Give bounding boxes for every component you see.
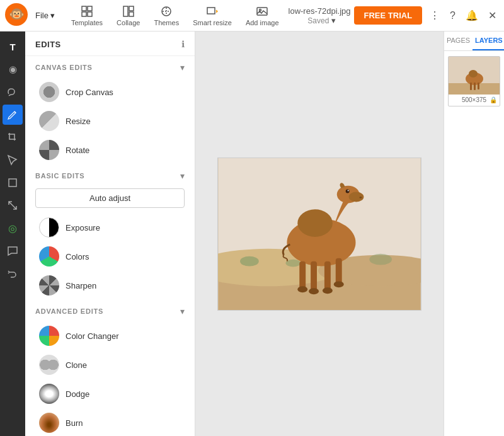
edit-color-changer[interactable]: Color Changer — [29, 321, 191, 350]
svg-rect-10 — [207, 8, 215, 14]
svg-rect-5 — [88, 12, 92, 16]
advanced-edits-toggle[interactable] — [180, 306, 185, 316]
iconbar-shape[interactable] — [3, 173, 23, 193]
filename: low-res-72dpi.jpg Saved ▾ — [288, 6, 352, 25]
right-panel-tabs: PAGES LAYERS ✕ — [444, 32, 504, 51]
thumbnail-image — [449, 57, 500, 95]
svg-text:🐵: 🐵 — [9, 6, 25, 21]
clone-icon — [39, 355, 59, 375]
svg-point-35 — [334, 281, 344, 287]
right-panel: PAGES LAYERS ✕ 🔒 500×375 — [444, 32, 504, 436]
resize-icon — [39, 111, 59, 131]
main-layout: T ◉ ◎ EDITS ℹ — [0, 32, 504, 436]
svg-rect-29 — [311, 261, 317, 291]
iconbar-sticker[interactable]: ◉ — [3, 59, 23, 79]
svg-rect-30 — [324, 261, 331, 290]
svg-rect-8 — [129, 12, 134, 16]
exposure-icon — [39, 217, 59, 238]
tab-pages[interactable]: PAGES — [444, 32, 472, 50]
svg-point-27 — [297, 209, 333, 237]
file-menu[interactable]: File ▾ — [30, 8, 60, 23]
topbar: 🐵 File ▾ Templates Collage Themes Smart … — [0, 0, 504, 32]
svg-point-39 — [469, 70, 478, 77]
notifications-button[interactable]: 🔔 — [463, 7, 481, 24]
canvas-image — [217, 158, 421, 311]
iconbar-select[interactable] — [3, 150, 23, 170]
svg-rect-6 — [123, 6, 128, 16]
svg-point-25 — [346, 189, 350, 193]
color-changer-icon — [39, 326, 59, 346]
colors-icon — [39, 246, 59, 267]
edit-rotate[interactable]: Rotate — [29, 135, 191, 164]
edit-resize[interactable]: Resize — [29, 106, 191, 135]
rotate-icon — [39, 140, 59, 160]
lock-icon: 🔒 — [490, 96, 497, 103]
iconbar-paint[interactable] — [3, 82, 23, 102]
edit-clone[interactable]: Clone — [29, 350, 191, 379]
edits-panel: EDITS ℹ CANVAS EDITS Crop Canvas Resize … — [25, 32, 195, 436]
svg-point-18 — [240, 256, 259, 266]
svg-point-24 — [359, 196, 362, 198]
edit-burn[interactable]: Burn — [29, 408, 191, 436]
logo[interactable]: 🐵 — [5, 3, 28, 28]
iconbar-chat[interactable] — [3, 241, 23, 261]
svg-rect-4 — [82, 12, 86, 16]
topbar-actions: FREE TRIAL ⋮ ? 🔔 ✕ — [354, 6, 499, 25]
crop-icon — [39, 82, 59, 102]
svg-rect-13 — [9, 179, 16, 186]
edit-crop-canvas[interactable]: Crop Canvas — [29, 77, 191, 106]
canvas-edits-section-header: CANVAS EDITS — [25, 56, 195, 77]
svg-point-20 — [369, 253, 392, 265]
auto-adjust-button[interactable]: Auto adjust — [35, 188, 185, 208]
tool-smart-resize[interactable]: Smart resize — [186, 3, 238, 29]
svg-point-33 — [309, 288, 319, 294]
iconbar-crop[interactable] — [3, 127, 23, 147]
svg-rect-28 — [299, 261, 306, 289]
svg-rect-41 — [474, 83, 476, 90]
more-options-button[interactable]: ⋮ — [427, 7, 442, 24]
tool-themes[interactable]: Themes — [147, 3, 185, 29]
svg-rect-7 — [129, 6, 134, 11]
tab-layers[interactable]: LAYERS — [472, 32, 504, 50]
svg-rect-31 — [336, 258, 342, 284]
topbar-tools: Templates Collage Themes Smart resize Ad… — [65, 3, 285, 29]
page-thumbnail[interactable]: 🔒 500×375 — [448, 56, 500, 106]
burn-icon — [39, 413, 59, 433]
edits-info-icon[interactable]: ℹ — [181, 39, 185, 49]
iconbar: T ◉ ◎ — [0, 32, 25, 436]
tool-collage[interactable]: Collage — [110, 3, 146, 29]
edit-exposure[interactable]: Exposure — [29, 213, 191, 242]
iconbar-color-picker[interactable]: ◎ — [3, 218, 23, 238]
svg-rect-42 — [478, 83, 479, 89]
iconbar-transform[interactable] — [3, 195, 23, 215]
tool-add-image[interactable]: Add image — [239, 3, 285, 29]
edit-dodge[interactable]: Dodge — [29, 379, 191, 408]
iconbar-undo[interactable] — [3, 263, 23, 284]
tool-templates[interactable]: Templates — [65, 3, 109, 29]
edits-header: EDITS ℹ — [25, 32, 195, 56]
svg-point-32 — [297, 286, 307, 292]
close-button[interactable]: ✕ — [486, 7, 499, 24]
iconbar-edit[interactable] — [3, 105, 23, 125]
svg-point-34 — [323, 287, 333, 294]
svg-rect-11 — [257, 8, 267, 15]
basic-edits-section-header: BASIC EDITS — [25, 164, 195, 186]
edit-sharpen[interactable]: Sharpen — [29, 271, 191, 300]
basic-edits-toggle[interactable] — [180, 171, 185, 181]
edit-colors[interactable]: Colors — [29, 242, 191, 271]
help-button[interactable]: ? — [447, 8, 458, 24]
svg-rect-3 — [88, 6, 92, 11]
iconbar-text[interactable]: T — [3, 37, 23, 57]
canvas-area[interactable] — [195, 32, 444, 436]
advanced-edits-section-header: ADVANCED EDITS — [25, 300, 195, 321]
svg-rect-2 — [82, 6, 86, 11]
trial-button[interactable]: FREE TRIAL — [354, 6, 423, 25]
dodge-icon — [39, 384, 59, 404]
svg-rect-40 — [470, 83, 472, 90]
sharpen-icon — [39, 275, 59, 295]
svg-point-26 — [348, 190, 349, 191]
canvas-edits-toggle[interactable] — [180, 62, 185, 72]
